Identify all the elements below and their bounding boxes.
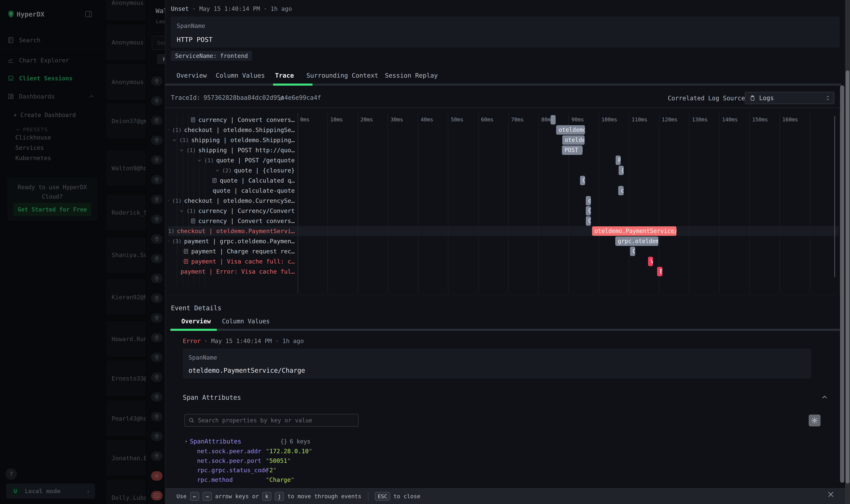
edit-trace-id-icon[interactable] xyxy=(278,94,285,101)
drawer-footer: Use ← → arrow keys or k j to move throug… xyxy=(165,488,850,504)
modal-dim-overlay xyxy=(0,0,165,504)
span-bar[interactable]: oteldem xyxy=(562,135,584,145)
trace-row-label[interactable]: (1)checkout | oteldemo.CurrencySe… xyxy=(168,196,297,206)
trace-row-label[interactable]: (1)checkout | oteldemo.ShippingSe… xyxy=(168,125,297,135)
span-bar[interactable]: c xyxy=(618,186,623,195)
row-label-text: quote | Calculated q… xyxy=(220,177,295,184)
row-span-count: (1) xyxy=(186,147,196,153)
span-bar[interactable]: POST h xyxy=(562,145,582,155)
span-bar[interactable]: V xyxy=(648,257,653,266)
tab-trace[interactable]: Trace xyxy=(275,72,294,79)
row-label-text: quote | calculate-quote xyxy=(213,187,295,194)
attribute-key[interactable]: net.sock.peer.addr xyxy=(197,448,261,455)
grid-line xyxy=(478,113,478,293)
row-chevron-icon[interactable] xyxy=(168,239,170,244)
trace-row-label[interactable]: currency | Convert convers… xyxy=(168,115,297,125)
grid-line xyxy=(388,113,388,293)
select-chevrons-icon xyxy=(825,95,830,101)
dot-separator: · xyxy=(192,5,196,12)
app-root: HyperDX Search Chart Explorer Client Ses… xyxy=(0,0,850,504)
span-bar[interactable]: grpc.oteldemo. xyxy=(615,236,658,246)
span-bar[interactable]: o xyxy=(586,196,591,205)
dot-separator: · xyxy=(275,338,279,344)
tab-column-values[interactable]: Column Values xyxy=(216,72,265,79)
drawer-scrollbar-thumb[interactable] xyxy=(840,85,844,483)
row-chevron-icon[interactable] xyxy=(179,148,184,152)
span-name-value: oteldemo.PaymentService/Charge xyxy=(188,367,305,374)
row-chevron-icon[interactable] xyxy=(179,209,184,213)
trace-row-label[interactable]: (1)shipping | oteldemo.Shipping… xyxy=(168,135,297,145)
attribute-value-text: 50051 xyxy=(269,457,287,464)
attribute-value-text: 172.28.0.10 xyxy=(269,448,308,455)
trace-row-label[interactable]: payment | Visa cache full: c… xyxy=(168,256,297,267)
page-scrollbar-thumb[interactable] xyxy=(846,70,849,483)
tab-event-column-values[interactable]: Column Values xyxy=(222,318,270,325)
trace-row-label[interactable]: (1)shipping | POST http://quo… xyxy=(168,145,297,155)
span-bar[interactable]: C xyxy=(586,216,591,226)
search-icon xyxy=(188,417,195,423)
grid-line xyxy=(448,113,448,293)
trace-row-label[interactable]: quote | calculate-quote xyxy=(168,185,297,196)
trace-row-label[interactable]: (1)quote | POST /getquote xyxy=(168,155,297,165)
grid-line xyxy=(780,113,780,293)
trace-row-label[interactable]: payment | Error: Visa cache ful… xyxy=(168,267,297,276)
trace-row-label[interactable]: (1)checkout | oteldemo.PaymentServi… xyxy=(168,226,297,236)
span-bar[interactable]: E xyxy=(657,267,662,276)
tab-overview[interactable]: Overview xyxy=(177,72,207,79)
span-bar[interactable]: C xyxy=(586,206,591,216)
span-bar[interactable]: P xyxy=(616,156,621,165)
tree-root-label: SpanAttributes xyxy=(190,438,241,445)
span-bar[interactable]: oteldemo. xyxy=(556,125,585,134)
attribute-key[interactable]: net.sock.peer.port xyxy=(197,457,261,464)
correlated-log-source-label: Correlated Log Source xyxy=(668,95,745,102)
row-label-text: shipping | oteldemo.Shipping… xyxy=(191,137,295,144)
gear-icon[interactable] xyxy=(809,415,820,426)
waterfall-scrollbar[interactable] xyxy=(834,116,835,277)
close-icon[interactable] xyxy=(827,490,835,499)
log-event-icon xyxy=(212,178,217,183)
attribute-key[interactable]: rpc.grpc.status_code xyxy=(197,467,268,474)
trace-row-label[interactable]: quote | Calculated q… xyxy=(168,176,297,185)
row-chevron-icon[interactable] xyxy=(197,158,202,163)
tab-event-overview[interactable]: Overview xyxy=(181,318,211,325)
attribute-value-text: 2 xyxy=(269,467,273,474)
trace-row-label[interactable]: currency | Convert convers… xyxy=(168,216,297,226)
service-name-badge[interactable]: ServiceName: frontend xyxy=(171,51,252,61)
tab-session-replay[interactable]: Session Replay xyxy=(385,72,438,79)
divider xyxy=(165,108,850,108)
timeline-tick-label: 40ms xyxy=(421,116,433,123)
footer-use: Use xyxy=(177,493,186,500)
span-bar[interactable]: C xyxy=(630,247,635,256)
collapse-section-icon[interactable] xyxy=(821,394,828,401)
timeline-tick-label: 60ms xyxy=(481,116,493,123)
event-error-line: Error · May 15 1:40:14 PM · 1h ago xyxy=(183,338,304,344)
attribute-key[interactable]: rpc.method xyxy=(197,476,233,483)
span-bar[interactable]: oteldemo.PaymentService/Char xyxy=(592,227,676,236)
log-source-select[interactable]: Logs xyxy=(745,92,834,104)
tab-surrounding-context[interactable]: Surrounding Context xyxy=(306,72,378,79)
attributes-search-input[interactable]: Search properties by key or value xyxy=(184,414,359,427)
trace-row-label[interactable]: (1)currency | Currency/Convert xyxy=(168,206,297,216)
log-event-icon xyxy=(183,259,189,264)
span-bar[interactable]: C xyxy=(580,176,585,185)
row-chevron-icon[interactable] xyxy=(168,127,170,132)
trace-row-label[interactable]: (2)quote | {closure} xyxy=(168,165,297,176)
grid-line xyxy=(599,113,599,293)
row-chevron-icon[interactable] xyxy=(168,198,170,203)
row-label-text: checkout | oteldemo.CurrencySe… xyxy=(184,197,295,204)
row-chevron-icon[interactable] xyxy=(172,138,177,143)
row-label-text: payment | Charge request rec… xyxy=(191,248,295,255)
timeline-tick-label: 130ms xyxy=(692,116,707,123)
log-event-icon xyxy=(190,218,196,224)
attributes-tree-root[interactable]: ▾ SpanAttributes {} 6 keys xyxy=(185,437,310,445)
span-bar[interactable]: { xyxy=(619,166,623,175)
status-value: Unset xyxy=(171,5,189,12)
grid-line xyxy=(659,113,659,293)
key-arrow-left: ← xyxy=(190,492,199,501)
trace-row-label[interactable]: (3)payment | grpc.oteldemo.Paymen… xyxy=(168,236,297,246)
span-attributes-heading: Span Attributes xyxy=(183,394,241,401)
trace-row-label[interactable]: payment | Charge request rec… xyxy=(168,246,297,256)
row-chevron-icon[interactable] xyxy=(215,168,220,173)
attribute-value-text: Charge xyxy=(269,476,291,483)
timeline-tick-label: 90ms xyxy=(571,116,584,123)
